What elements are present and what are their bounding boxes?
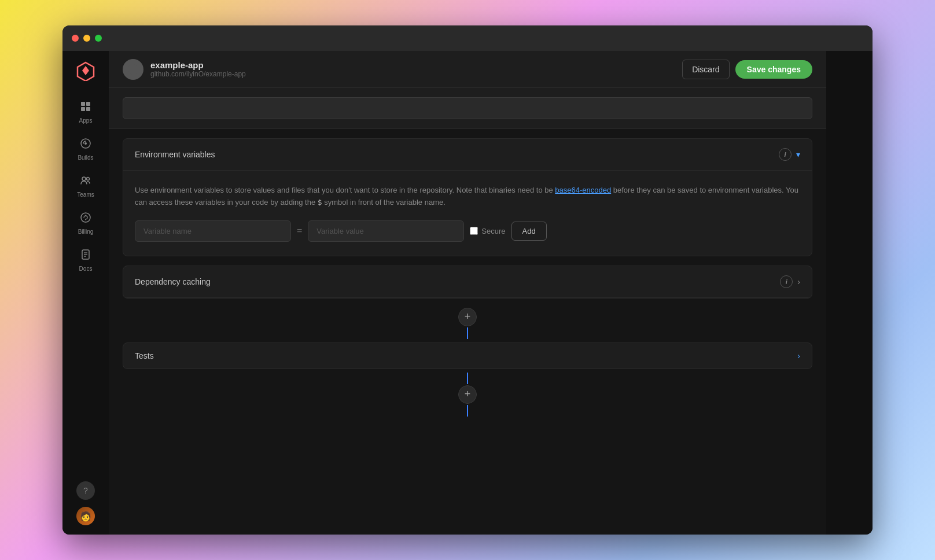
builds-label: Builds [78, 154, 93, 161]
pipeline-line-2 [467, 373, 468, 384]
docs-label: Docs [79, 266, 93, 272]
add-variable-button[interactable]: Add [511, 222, 547, 241]
apps-label: Apps [79, 117, 93, 124]
dep-section-title: Dependency caching [135, 277, 211, 286]
env-chevron-button[interactable]: ▾ [796, 150, 800, 159]
builds-icon [80, 138, 91, 152]
equals-sign: = [297, 226, 302, 236]
browser-titlebar [62, 25, 873, 51]
dep-chevron-button[interactable]: › [797, 277, 800, 286]
env-section-header: Environment variables i ▾ [123, 139, 812, 171]
env-desc-link[interactable]: base64-encoded [555, 186, 611, 194]
app-url: github.com/ilyinO/example-app [150, 70, 246, 78]
sidebar-item-teams[interactable]: Teams [68, 169, 103, 204]
svg-point-7 [82, 177, 86, 180]
traffic-light-red[interactable] [72, 35, 79, 42]
svg-point-6 [84, 142, 87, 145]
help-button[interactable]: ? [76, 481, 95, 500]
dep-header-right: i › [780, 275, 800, 288]
svg-rect-1 [81, 102, 85, 106]
sidebar-item-apps[interactable]: Apps [68, 95, 103, 130]
env-desc-part3: symbol in front of the variable name. [322, 198, 446, 207]
pipeline-connector-1: + [123, 308, 812, 340]
pipeline-connector-2: + [123, 371, 812, 418]
dependency-caching-section: Dependency caching i › [123, 266, 812, 299]
teams-icon [80, 175, 91, 189]
sidebar-item-billing[interactable]: Billing [68, 206, 103, 241]
pipeline-line-1 [467, 327, 468, 339]
pipeline-area: + [109, 308, 826, 340]
secure-checkbox-group: Secure [470, 227, 505, 235]
discard-button[interactable]: Discard [682, 60, 729, 79]
app-info: example-app github.com/ilyinO/example-ap… [123, 59, 246, 80]
dep-section-header: Dependency caching i › [123, 266, 812, 298]
tests-section-header: Tests › [123, 343, 812, 369]
sidebar-item-docs[interactable]: Docs [68, 243, 103, 278]
pipeline-area-2: + [109, 371, 826, 418]
billing-label: Billing [78, 229, 94, 235]
secure-checkbox[interactable] [470, 227, 478, 235]
header-actions: Discard Save changes [682, 60, 812, 79]
env-section-body: Use environment variables to store value… [123, 171, 812, 256]
app-avatar [123, 59, 143, 80]
traffic-light-green[interactable] [95, 35, 102, 42]
app-text: example-app github.com/ilyinO/example-ap… [150, 60, 246, 78]
pipeline-add-button-2[interactable]: + [458, 385, 477, 404]
apps-icon [80, 101, 91, 115]
env-variables-section: Environment variables i ▾ Use environmen… [123, 138, 812, 256]
svg-point-16 [128, 64, 138, 75]
teams-label: Teams [77, 191, 94, 198]
env-form: = Secure Add [135, 220, 800, 242]
svg-rect-3 [81, 107, 85, 111]
sidebar-item-builds[interactable]: Builds [68, 132, 103, 167]
sidebar-logo[interactable] [75, 60, 96, 81]
env-header-right: i ▾ [779, 148, 800, 161]
tests-chevron-button[interactable]: › [797, 351, 800, 360]
env-desc-part1: Use environment variables to store value… [135, 186, 555, 194]
traffic-light-yellow[interactable] [83, 35, 90, 42]
var-value-input[interactable] [308, 220, 464, 242]
env-info-button[interactable]: i [779, 148, 792, 161]
browser-content: Apps Builds [62, 51, 873, 535]
env-desc-code: $ [318, 198, 322, 207]
env-section-title: Environment variables [135, 150, 215, 159]
svg-rect-4 [86, 107, 90, 111]
save-button[interactable]: Save changes [735, 60, 812, 79]
main-content: example-app github.com/ilyinO/example-ap… [109, 51, 826, 535]
tests-section-title: Tests [135, 351, 154, 360]
dep-info-button[interactable]: i [780, 275, 793, 288]
svg-point-9 [81, 213, 90, 222]
docs-icon [80, 249, 91, 263]
right-panel [826, 51, 873, 535]
user-avatar[interactable]: 🧑 [76, 507, 95, 525]
var-name-input[interactable] [135, 220, 291, 242]
svg-point-8 [87, 178, 90, 180]
top-input-bar [109, 88, 826, 129]
sidebar: Apps Builds [62, 51, 109, 535]
pipeline-line-3 [467, 405, 468, 417]
pipeline-add-button-1[interactable]: + [458, 308, 477, 326]
sidebar-bottom: ? 🧑 [76, 481, 95, 525]
billing-icon [80, 212, 91, 226]
top-input-field[interactable] [123, 97, 812, 119]
scroll-area[interactable]: Environment variables i ▾ Use environmen… [109, 88, 826, 535]
app-header: example-app github.com/ilyinO/example-ap… [109, 51, 826, 88]
svg-rect-2 [86, 102, 90, 106]
secure-label: Secure [481, 227, 505, 235]
app-name: example-app [150, 60, 246, 70]
browser-window: Apps Builds [62, 25, 873, 535]
tests-section: Tests › [123, 342, 812, 369]
env-description: Use environment variables to store value… [135, 185, 800, 209]
